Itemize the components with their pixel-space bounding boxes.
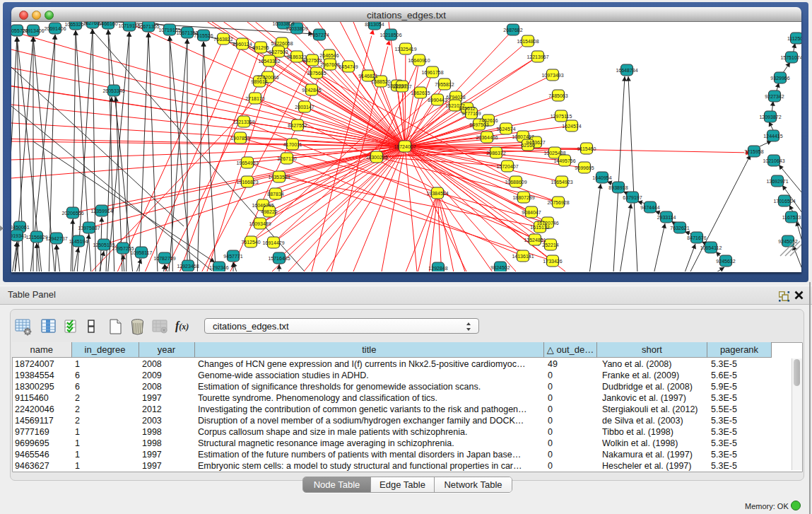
- svg-text:8938918: 8938918: [608, 185, 628, 190]
- svg-text:8454749: 8454749: [339, 64, 358, 69]
- svg-text:9329966: 9329966: [770, 76, 789, 81]
- svg-text:8813054: 8813054: [365, 22, 384, 27]
- svg-text:13524851: 13524851: [524, 238, 546, 243]
- svg-text:7515526: 7515526: [194, 33, 213, 38]
- svg-text:1733426: 1733426: [543, 259, 562, 264]
- svg-text:2933114: 2933114: [657, 215, 676, 220]
- svg-text:2646546: 2646546: [319, 53, 339, 58]
- svg-text:19654923: 19654923: [551, 180, 572, 185]
- svg-text:8450061: 8450061: [11, 225, 30, 230]
- svg-text:20206556: 20206556: [61, 211, 83, 216]
- svg-text:2718170: 2718170: [245, 96, 264, 101]
- svg-text:26053346: 26053346: [102, 88, 124, 93]
- svg-text:17016504: 17016504: [773, 199, 795, 204]
- svg-text:20691406: 20691406: [44, 26, 66, 31]
- svg-text:3624574: 3624574: [496, 127, 515, 132]
- svg-text:498222: 498222: [261, 209, 277, 214]
- svg-text:9327503: 9327503: [269, 49, 288, 54]
- svg-text:989614: 989614: [251, 79, 267, 84]
- svg-text:887834: 887834: [267, 192, 283, 197]
- svg-text:18724007: 18724007: [394, 144, 416, 149]
- svg-text:20756928: 20756928: [547, 200, 569, 205]
- svg-text:18300295: 18300295: [365, 155, 387, 160]
- svg-text:6497503: 6497503: [469, 122, 488, 127]
- svg-text:10973493: 10973493: [541, 73, 563, 78]
- svg-text:62160: 62160: [521, 143, 535, 148]
- svg-text:12156829: 12156829: [25, 235, 47, 240]
- svg-text:10025438: 10025438: [543, 151, 565, 156]
- svg-text:6466160: 6466160: [98, 22, 117, 26]
- svg-text:8427552: 8427552: [288, 123, 307, 128]
- svg-text:12942737: 12942737: [45, 236, 67, 241]
- svg-text:2986372: 2986372: [486, 151, 505, 156]
- svg-text:19654933: 19654933: [236, 160, 258, 165]
- svg-text:13692971: 13692971: [766, 179, 788, 184]
- svg-text:1112505: 1112505: [787, 36, 801, 41]
- svg-text:10210643: 10210643: [763, 158, 784, 163]
- svg-text:1292346: 1292346: [209, 265, 228, 270]
- svg-text:15716485: 15716485: [268, 256, 290, 261]
- svg-text:15751074: 15751074: [780, 55, 801, 60]
- svg-text:1615132: 1615132: [530, 225, 549, 230]
- svg-text:7357274: 7357274: [310, 33, 329, 37]
- svg-text:2687682: 2687682: [503, 28, 522, 33]
- svg-text:9227342: 9227342: [765, 94, 784, 99]
- svg-text:1640954: 1640954: [592, 175, 611, 180]
- svg-text:12923468: 12923468: [177, 264, 199, 269]
- svg-text:3875685: 3875685: [307, 71, 326, 76]
- svg-text:6794028: 6794028: [446, 95, 465, 100]
- svg-text:13975887: 13975887: [78, 226, 100, 230]
- svg-text:16154808: 16154808: [517, 39, 539, 44]
- svg-text:12093872: 12093872: [759, 115, 781, 119]
- svg-text:8990443: 8990443: [428, 98, 447, 103]
- svg-text:252214: 252214: [542, 243, 558, 247]
- svg-text:53226058: 53226058: [271, 41, 293, 46]
- svg-text:9824502: 9824502: [490, 265, 510, 270]
- svg-text:4170011: 4170011: [283, 142, 302, 147]
- svg-text:891295: 891295: [252, 45, 269, 50]
- svg-text:9474444: 9474444: [640, 205, 659, 210]
- svg-text:7663822: 7663822: [213, 37, 233, 42]
- svg-text:1907853: 1907853: [230, 136, 249, 141]
- svg-text:12359914: 12359914: [90, 209, 112, 214]
- svg-text:6379197: 6379197: [623, 195, 642, 200]
- svg-text:9777169: 9777169: [461, 111, 481, 116]
- svg-text:16543382: 16543382: [258, 59, 280, 64]
- svg-text:14136141: 14136141: [512, 254, 534, 259]
- svg-text:12975115: 12975115: [551, 114, 572, 119]
- svg-text:3267130: 3267130: [277, 156, 296, 161]
- svg-text:1167533: 1167533: [782, 215, 801, 220]
- svg-text:20364436: 20364436: [476, 135, 498, 140]
- svg-text:9146821: 9146821: [358, 74, 377, 78]
- svg-text:10958117: 10958117: [131, 250, 153, 255]
- svg-text:14353584: 14353584: [268, 175, 290, 180]
- svg-text:26913406: 26913406: [22, 28, 44, 33]
- svg-text:18807289: 18807289: [512, 195, 534, 200]
- svg-text:10807487: 10807487: [512, 134, 534, 139]
- svg-text:10218506: 10218506: [379, 33, 401, 37]
- svg-text:16046745: 16046745: [252, 203, 273, 208]
- svg-text:10654112: 10654112: [700, 245, 722, 250]
- svg-text:16914479: 16914479: [262, 240, 284, 245]
- svg-text:2967608: 2967608: [320, 62, 339, 67]
- svg-text:9327502: 9327502: [302, 58, 322, 63]
- svg-text:1322037: 1322037: [392, 84, 411, 89]
- svg-text:10688609: 10688609: [505, 180, 526, 185]
- svg-text:1145194: 1145194: [69, 239, 88, 244]
- svg-text:9457771: 9457771: [223, 254, 242, 259]
- svg-text:2803147: 2803147: [295, 105, 314, 110]
- svg-text:9699695: 9699695: [575, 165, 594, 170]
- svg-text:9084047: 9084047: [522, 210, 541, 215]
- svg-text:16782759: 16782759: [153, 256, 175, 261]
- svg-text:12213967: 12213967: [526, 54, 548, 59]
- svg-text:1292848: 1292848: [428, 266, 447, 271]
- svg-text:7632621: 7632621: [670, 226, 689, 230]
- svg-text:9115460: 9115460: [577, 146, 596, 151]
- svg-text:19384554: 19384554: [426, 191, 448, 196]
- svg-text:8471676: 8471676: [687, 235, 706, 240]
- svg-text:7955812: 7955812: [435, 82, 454, 87]
- svg-text:16640910: 16640910: [408, 58, 430, 63]
- svg-text:7485063: 7485063: [548, 93, 567, 98]
- svg-text:16648784: 16648784: [616, 68, 637, 73]
- svg-text:12213369: 12213369: [233, 119, 254, 124]
